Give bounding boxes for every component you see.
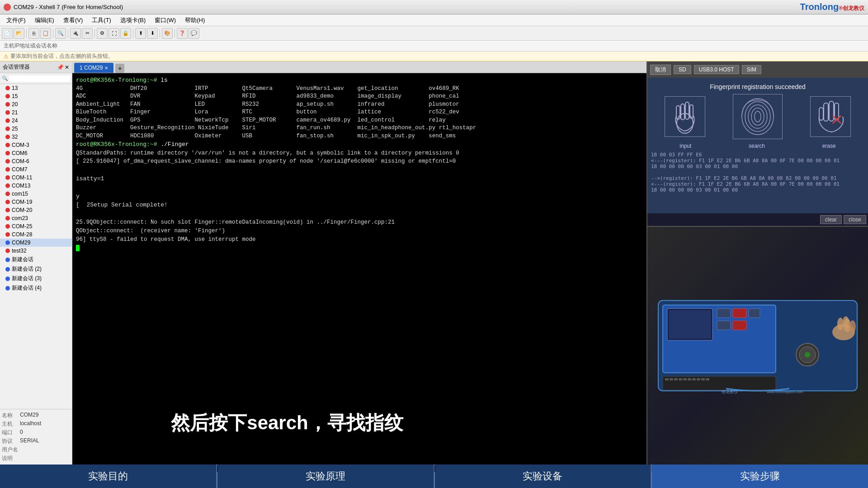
menu-view[interactable]: 查看(V) [60, 15, 86, 25]
terminal-line10: QObject::connect: (receiver name: 'Finge… [76, 227, 643, 235]
terminal-ls-row4: BlueTooth Finger Lora RTC button lattice… [76, 108, 643, 117]
fp-hand-svg-right [815, 99, 846, 135]
session-item-com25[interactable]: COM-25 [0, 222, 72, 230]
bottom-tab-principle[interactable]: 实验原理 [217, 465, 434, 488]
fp-hex-spacer [651, 169, 864, 175]
strip-sim-button[interactable]: SIM [742, 65, 761, 74]
session-item-com13[interactable]: COM13 [0, 182, 72, 190]
toolbar-upload[interactable]: ⬆ [135, 28, 146, 39]
terminal-ls-row6: Buzzer Gesture_Recognition NixieTude Sir… [76, 124, 643, 132]
session-item-13[interactable]: 13 [0, 84, 72, 92]
session-search-input[interactable] [9, 75, 70, 82]
session-item-com15[interactable]: com15 [0, 190, 72, 198]
fp-close-button[interactable]: close [844, 215, 866, 224]
menu-window[interactable]: 窗口(W) [151, 15, 179, 25]
terminal-line6: y [76, 192, 643, 201]
menu-file[interactable]: 文件(F) [3, 15, 29, 25]
session-item-new3[interactable]: 新建会话 (3) [0, 274, 72, 283]
terminal-line5 [76, 183, 643, 192]
svg-point-41 [849, 320, 856, 333]
session-search-bar[interactable]: 🔍 [0, 73, 72, 84]
strip-cancel-button[interactable]: 取消 [650, 65, 671, 75]
tab-com29[interactable]: 1 COM29 ✕ [74, 63, 113, 73]
bottom-tab-steps[interactable]: 实验步骤 [652, 465, 868, 488]
fp-label-input: input [679, 143, 691, 149]
session-item-20[interactable]: 20 [0, 100, 72, 108]
session-item-21[interactable]: 21 [0, 108, 72, 117]
toolbar-settings[interactable]: ⚙ [97, 28, 108, 39]
warn-icon: ⚠ [4, 53, 9, 60]
session-item-com-6[interactable]: COM-6 [0, 157, 72, 165]
tab-add-button[interactable]: + [115, 64, 124, 73]
info-host-label: 主机 [2, 420, 18, 428]
title-bar: COM29 - Xshell 7 (Free for Home/School) … [0, 0, 868, 14]
toolbar-disconnect[interactable]: ✂ [82, 28, 93, 39]
fingerprint-buttons: clear close [647, 213, 868, 226]
svg-rect-20 [717, 309, 731, 318]
session-item-new2[interactable]: 新建会话 (2) [0, 264, 72, 274]
session-item-com7[interactable]: COM7 [0, 165, 72, 174]
session-item-com19[interactable]: COM-19 [0, 198, 72, 206]
session-item-25[interactable]: 25 [0, 125, 72, 133]
session-header: 会话管理器 📌 ✕ [0, 61, 72, 73]
toolbar-comment[interactable]: 💬 [189, 28, 199, 39]
toolbar-search[interactable]: 🔍 [55, 28, 66, 39]
info-protocol-value: SERIAL [20, 437, 39, 445]
window-title: COM29 - Xshell 7 (Free for Home/School) [14, 4, 123, 10]
toolbar-connect[interactable]: 🔌 [70, 28, 81, 39]
svg-point-8 [751, 108, 764, 125]
session-manager-title: 会话管理器 [3, 63, 30, 71]
toolbar-fullscreen[interactable]: ⛶ [108, 28, 119, 39]
fp-clear-button[interactable]: clear [820, 215, 842, 224]
svg-rect-32 [692, 378, 696, 380]
session-item-com28[interactable]: COM-28 [0, 230, 72, 239]
toolbar-download[interactable]: ⬇ [147, 28, 158, 39]
toolbar-paste[interactable]: 📋 [40, 28, 51, 39]
tab-close-button[interactable]: ✕ [104, 66, 108, 70]
menu-help[interactable]: 帮助(H) [181, 15, 208, 25]
svg-rect-33 [697, 378, 700, 380]
bottom-tab-equipment[interactable]: 实验设备 [435, 465, 651, 488]
fp-fingerprint-svg [735, 96, 780, 137]
toolbar-new[interactable]: 📄 [2, 28, 13, 39]
toolbar-lock[interactable]: 🔒 [120, 28, 131, 39]
fp-image-input [665, 96, 705, 137]
session-item-com11[interactable]: COM-11 [0, 174, 72, 182]
svg-rect-23 [733, 321, 746, 330]
terminal-line4: isatty=1 [76, 174, 643, 183]
strip-usb-button[interactable]: USB3.0 HOST [694, 65, 739, 74]
menu-tabs[interactable]: 选项卡(B) [117, 15, 149, 25]
close-icon[interactable]: ✕ [65, 64, 69, 70]
session-item-24[interactable]: 24 [0, 117, 72, 125]
pin-icon[interactable]: 📌 [57, 64, 64, 70]
session-list: 13 15 20 21 24 25 32 COM-3 COM6 COM-6 CO… [0, 84, 72, 409]
fp-hex-line5: <---(register): F1 1F E2 2E B6 6B A8 8A … [651, 181, 864, 187]
hint-text: 要添加到当前会话，点击左侧的箭头按钮。 [10, 52, 113, 60]
terminal-ls-row3: Ambient_Light FAN LED RS232 ap_setup.sh … [76, 101, 643, 109]
svg-point-43 [843, 316, 849, 328]
terminal-ls-row5: Body_Induction GPS NetworkTcp STEP_MOTOR… [76, 117, 643, 125]
bottom-tab-purpose[interactable]: 实验目的 [0, 465, 217, 488]
session-item-new1[interactable]: 新建会话 [0, 255, 72, 264]
terminal-line9: 25.9QObject::connect: No such slot Finge… [76, 218, 643, 227]
session-item-test32[interactable]: test32 [0, 247, 72, 255]
terminal-line2: [ 225.916047] of_dma_request_slave_chann… [76, 157, 643, 166]
svg-rect-10 [824, 103, 828, 121]
toolbar-copy[interactable]: ⎘ [28, 28, 39, 39]
svg-point-9 [755, 111, 761, 122]
toolbar-question[interactable]: ❓ [177, 28, 188, 39]
info-port-label: 端口 [2, 429, 18, 436]
session-item-15[interactable]: 15 [0, 92, 72, 100]
session-item-com3[interactable]: COM-3 [0, 141, 72, 149]
session-item-com29[interactable]: COM29 [0, 239, 72, 247]
menu-edit[interactable]: 编辑(E) [31, 15, 58, 25]
toolbar-open[interactable]: 📂 [14, 28, 24, 39]
toolbar-color[interactable]: 🎨 [162, 28, 173, 39]
session-item-new4[interactable]: 新建会话 (4) [0, 283, 72, 293]
session-item-com6[interactable]: COM6 [0, 149, 72, 157]
strip-sd-button[interactable]: SD [674, 65, 691, 74]
session-item-32[interactable]: 32 [0, 133, 72, 141]
session-item-com20[interactable]: COM-20 [0, 206, 72, 214]
session-item-com23[interactable]: com23 [0, 214, 72, 222]
menu-tools[interactable]: 工具(T) [88, 15, 115, 25]
